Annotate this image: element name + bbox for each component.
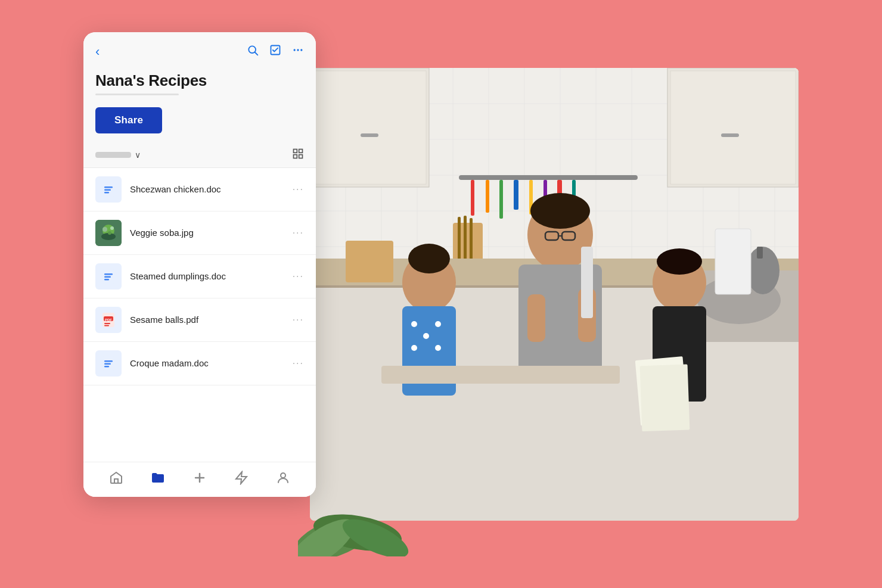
svg-point-57 (408, 244, 450, 273)
plant-decoration (298, 461, 417, 556)
svg-point-78 (300, 49, 302, 51)
svg-point-92 (108, 231, 111, 235)
phone-header: ‹ (83, 32, 316, 64)
svg-point-59 (411, 321, 417, 327)
svg-point-77 (297, 49, 299, 51)
file-icon-doc (95, 176, 122, 203)
svg-rect-82 (299, 154, 303, 158)
nav-files[interactable] (151, 471, 165, 485)
svg-rect-49 (346, 241, 393, 282)
file-icon-doc (95, 350, 122, 377)
svg-rect-84 (104, 186, 113, 188)
file-icon-doc (95, 263, 122, 290)
svg-rect-101 (104, 325, 109, 326)
toolbar-row: ∨ (83, 143, 316, 168)
file-more-options[interactable]: ··· (293, 228, 304, 238)
search-icon[interactable] (247, 44, 259, 59)
svg-rect-104 (104, 363, 111, 365)
svg-point-110 (281, 473, 285, 478)
svg-rect-30 (514, 180, 518, 210)
file-more-options[interactable]: ··· (293, 315, 304, 325)
nav-activity[interactable] (234, 471, 249, 485)
svg-rect-70 (381, 366, 620, 384)
title-area: Nana's Recipes (83, 64, 316, 100)
header-icons (247, 44, 304, 59)
svg-rect-69 (581, 247, 593, 318)
file-more-options[interactable]: ··· (293, 271, 304, 282)
svg-point-61 (435, 321, 441, 327)
svg-rect-106 (114, 479, 118, 483)
sort-chevron-icon: ∨ (135, 150, 141, 160)
svg-rect-67 (527, 294, 545, 342)
file-name: Croque madam.doc (130, 358, 293, 368)
file-icon-img (95, 220, 122, 246)
nav-home[interactable] (109, 471, 123, 485)
svg-rect-81 (294, 154, 297, 158)
svg-rect-96 (104, 279, 109, 281)
svg-rect-29 (499, 180, 503, 219)
svg-text:PDF: PDF (105, 318, 112, 321)
kitchen-photo (310, 68, 799, 521)
svg-point-60 (423, 333, 429, 339)
svg-rect-86 (104, 192, 109, 194)
file-name: Sesame balls.pdf (130, 315, 293, 325)
title-underline (95, 94, 179, 95)
file-name: Shcezwan chicken.doc (130, 184, 293, 194)
sort-bar (95, 152, 131, 158)
svg-rect-23 (670, 71, 796, 184)
phone-card: ‹ (83, 32, 316, 497)
svg-rect-85 (104, 189, 111, 191)
file-more-options[interactable]: ··· (293, 358, 304, 369)
file-more-options[interactable]: ··· (293, 184, 304, 195)
svg-point-91 (110, 226, 114, 230)
file-item[interactable]: Steamed dumplings.doc ··· (83, 255, 316, 298)
file-item[interactable]: Croque madam.doc ··· (83, 342, 316, 385)
svg-point-90 (103, 227, 107, 232)
nav-add[interactable] (192, 471, 207, 485)
file-icon-pdf: PDF (95, 307, 122, 333)
svg-rect-48 (715, 229, 751, 294)
svg-rect-94 (104, 273, 113, 275)
svg-point-65 (657, 248, 702, 275)
svg-rect-79 (294, 149, 297, 153)
svg-point-76 (294, 49, 296, 51)
sort-control[interactable]: ∨ (95, 150, 141, 160)
file-list: Shcezwan chicken.doc ··· (83, 168, 316, 462)
svg-rect-27 (471, 180, 474, 216)
share-button[interactable]: Share (95, 107, 162, 133)
svg-line-74 (255, 52, 258, 55)
back-button[interactable]: ‹ (95, 44, 100, 60)
veggie-thumbnail (95, 220, 122, 246)
nav-profile[interactable] (276, 471, 290, 485)
svg-point-63 (435, 345, 441, 351)
share-section: Share (83, 100, 316, 143)
file-name: Steamed dumplings.doc (130, 271, 293, 281)
svg-rect-24 (361, 133, 378, 137)
svg-rect-72 (640, 364, 690, 431)
grid-view-icon[interactable] (292, 148, 304, 163)
svg-rect-47 (757, 247, 763, 259)
bottom-nav (83, 462, 316, 497)
svg-rect-95 (104, 276, 111, 278)
svg-point-62 (411, 345, 417, 351)
svg-rect-28 (486, 180, 489, 213)
svg-rect-103 (104, 360, 113, 362)
file-item[interactable]: Veggie soba.jpg ··· (83, 211, 316, 255)
more-options-icon[interactable] (292, 44, 304, 59)
svg-rect-80 (299, 149, 303, 153)
svg-rect-26 (459, 175, 638, 180)
main-scene: ‹ (83, 32, 799, 556)
svg-rect-105 (104, 366, 109, 368)
svg-rect-21 (313, 71, 426, 184)
file-name: Veggie soba.jpg (130, 228, 293, 238)
file-item[interactable]: PDF Sesame balls.pdf ··· (83, 298, 316, 342)
svg-marker-109 (236, 472, 247, 484)
file-item[interactable]: Shcezwan chicken.doc ··· (83, 168, 316, 211)
svg-rect-25 (721, 133, 739, 137)
check-select-icon[interactable] (269, 44, 281, 59)
svg-point-55 (530, 193, 590, 229)
folder-title: Nana's Recipes (95, 71, 304, 90)
svg-rect-100 (104, 323, 110, 324)
